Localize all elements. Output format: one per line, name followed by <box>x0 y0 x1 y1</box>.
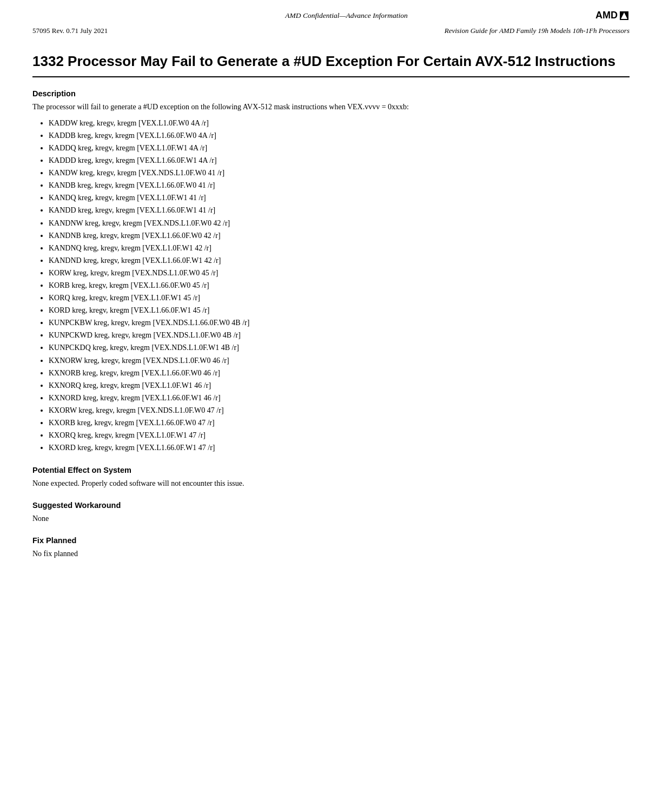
list-item: KXNORD kreg, kregv, kregm [VEX.L1.66.0F.… <box>49 392 630 404</box>
amd-logo-text: AMD <box>595 10 618 21</box>
list-item: KANDNB kreg, kregv, kregm [VEX.L1.66.0F.… <box>49 229 630 242</box>
list-item: KANDW kreg, kregv, kregm [VEX.NDS.L1.0F.… <box>49 167 630 179</box>
list-item: KUNPCKDQ kreg, kregv, kregm [VEX.NDS.L1.… <box>49 341 630 354</box>
list-item: KANDB kreg, kregv, kregm [VEX.L1.66.0F.W… <box>49 179 630 192</box>
revision-guide-text: Revision Guide for AMD Family 19h Models… <box>445 27 630 35</box>
amd-logo-icon <box>619 10 630 21</box>
list-item: KADDD kreg, kregv, kregm [VEX.L1.66.0F.W… <box>49 154 630 167</box>
list-item: KANDD kreg, kregv, kregm [VEX.L1.66.0F.W… <box>49 204 630 216</box>
list-item: KXORB kreg, kregv, kregm [VEX.L1.66.0F.W… <box>49 417 630 429</box>
description-text: The processor will fail to generate a #U… <box>32 101 630 113</box>
list-item: KORW kreg, kregv, kregm [VEX.NDS.L1.0F.W… <box>49 267 630 279</box>
potential-effect-section: Potential Effect on System None expected… <box>32 466 630 489</box>
fix-planned-heading: Fix Planned <box>32 536 630 545</box>
description-section: Description The processor will fail to g… <box>32 89 630 454</box>
list-item: KORD kreg, kregv, kregm [VEX.L1.66.0F.W1… <box>49 304 630 316</box>
suggested-workaround-heading: Suggested Workaround <box>32 501 630 510</box>
suggested-workaround-section: Suggested Workaround None <box>32 501 630 524</box>
list-item: KUNPCKBW kreg, kregv, kregm [VEX.NDS.L1.… <box>49 316 630 329</box>
potential-effect-text: None expected. Properly coded software w… <box>32 478 630 489</box>
list-item: KUNPCKWD kreg, kregv, kregm [VEX.NDS.L1.… <box>49 329 630 341</box>
revision-guide-label: Revision Guide for AMD Family 19h Models… <box>445 27 630 35</box>
list-item: KADDB kreg, kregv, kregm [VEX.L1.66.0F.W… <box>49 129 630 142</box>
list-item: KXNORQ kreg, kregv, kregm [VEX.L1.0F.W1 … <box>49 379 630 392</box>
list-item: KORB kreg, kregv, kregm [VEX.L1.66.0F.W0… <box>49 279 630 292</box>
fix-planned-section: Fix Planned No fix planned <box>32 536 630 559</box>
potential-effect-heading: Potential Effect on System <box>32 466 630 474</box>
suggested-workaround-text: None <box>32 513 630 524</box>
main-content: 1332 Processor May Fail to Generate a #U… <box>0 42 662 585</box>
list-item: KANDNQ kreg, kregv, kregm [VEX.L1.0F.W1 … <box>49 242 630 254</box>
instruction-list: KADDW kreg, kregv, kregm [VEX.L1.0F.W0 4… <box>49 117 630 454</box>
list-item: KANDNW kreg, kregv, kregm [VEX.NDS.L1.0F… <box>49 217 630 229</box>
header: AMD Confidential—Advance Information AMD <box>0 0 662 24</box>
list-item: KXORW kreg, kregv, kregm [VEX.NDS.L1.0F.… <box>49 404 630 417</box>
document-title: 1332 Processor May Fail to Generate a #U… <box>32 52 630 77</box>
list-item: KADDQ kreg, kregv, kregm [VEX.L1.0F.W1 4… <box>49 142 630 154</box>
list-item: KORQ kreg, kregv, kregm [VEX.L1.0F.W1 45… <box>49 292 630 304</box>
description-heading: Description <box>32 89 630 98</box>
list-item: KXORQ kreg, kregv, kregm [VEX.L1.0F.W1 4… <box>49 429 630 441</box>
header-center-text: AMD Confidential—Advance Information <box>97 11 595 20</box>
list-item: KANDND kreg, kregv, kregm [VEX.L1.66.0F.… <box>49 254 630 267</box>
list-item: KADDW kreg, kregv, kregm [VEX.L1.0F.W0 4… <box>49 117 630 129</box>
subheader: 57095 Rev. 0.71 July 2021 Revision Guide… <box>0 24 662 42</box>
page: AMD Confidential—Advance Information AMD… <box>0 0 662 812</box>
list-item: KXNORW kreg, kregv, kregm [VEX.NDS.L1.0F… <box>49 354 630 367</box>
list-item: KXNORB kreg, kregv, kregm [VEX.L1.66.0F.… <box>49 367 630 379</box>
list-item: KXORD kreg, kregv, kregm [VEX.L1.66.0F.W… <box>49 441 630 454</box>
confidential-label: AMD Confidential—Advance Information <box>285 11 407 19</box>
fix-planned-text: No fix planned <box>32 548 630 559</box>
doc-number: 57095 Rev. 0.71 July 2021 <box>32 27 108 35</box>
amd-logo-area: AMD <box>595 10 630 21</box>
list-item: KANDQ kreg, kregv, kregm [VEX.L1.0F.W1 4… <box>49 192 630 204</box>
